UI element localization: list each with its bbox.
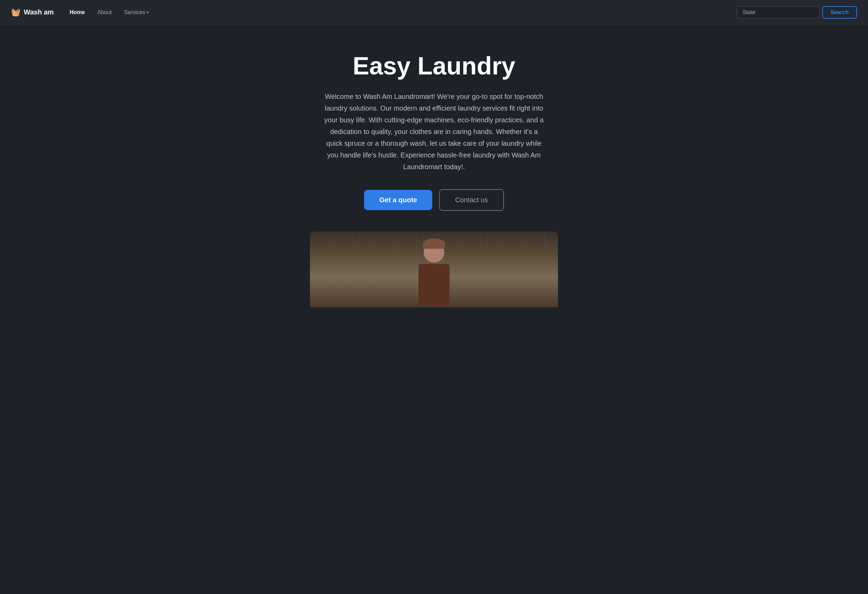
state-input[interactable] [737, 6, 819, 19]
hero-description: Welcome to Wash Am Laundromart! We're yo… [324, 91, 544, 173]
hero-buttons: Get a quote Contact us [364, 189, 504, 211]
silhouette-hair [423, 238, 445, 249]
hero-image-preview [310, 232, 558, 307]
nav-link-about[interactable]: About [93, 7, 117, 18]
search-button[interactable]: Search [822, 6, 857, 19]
nav-link-services[interactable]: Services ▾ [119, 7, 153, 18]
brand-logo[interactable]: 🧺 Wash am [11, 8, 54, 17]
silhouette-body [418, 264, 450, 305]
hero-section: Easy Laundry Welcome to Wash Am Laundrom… [0, 25, 868, 232]
hero-title: Easy Laundry [353, 52, 515, 80]
navbar: 🧺 Wash am Home About Services ▾ Search [0, 0, 868, 25]
nav-links: Home About Services ▾ [65, 7, 737, 18]
get-quote-button[interactable]: Get a quote [364, 190, 432, 210]
chevron-down-icon: ▾ [147, 10, 149, 15]
nav-link-home[interactable]: Home [65, 7, 90, 18]
brand-name: Wash am [24, 8, 54, 16]
person-silhouette [413, 238, 455, 300]
nav-search-area: Search [737, 6, 857, 19]
contact-us-button[interactable]: Contact us [439, 189, 504, 211]
laundry-basket-icon: 🧺 [11, 8, 20, 17]
